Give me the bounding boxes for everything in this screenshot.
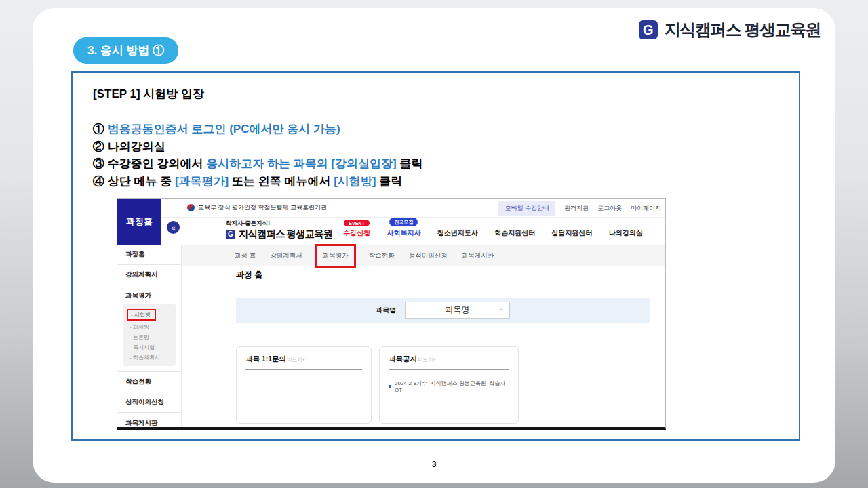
link-remote-support[interactable]: 원격지원 <box>564 204 589 213</box>
site-logo[interactable]: G 지식캠퍼스 평생교육원 <box>226 228 332 241</box>
sidebar-item-grade-objection[interactable]: 성적이의신청 <box>117 392 181 413</box>
page-title: 과정 홈 <box>236 269 262 281</box>
sidebar-section-eval: 과목평가 <box>117 285 181 304</box>
tab-subject-eval-highlighted[interactable]: 과목평가 <box>315 244 356 268</box>
tab-grade-objection[interactable]: 성적이의신청 <box>409 251 448 260</box>
chevron-down-icon: ⌄ <box>498 304 505 312</box>
subject-dropdown[interactable]: 과목명 ⌄ <box>405 302 510 319</box>
brand-g-icon: G <box>639 20 658 39</box>
link-logout[interactable]: 로그아웃 <box>597 204 622 213</box>
nav-item-youth-leader[interactable]: 청소년지도사 <box>437 228 478 238</box>
content-box: [STEP 1] 시험방 입장 ① 범용공동인증서 로그인 (PC에서만 응시 … <box>71 71 800 441</box>
nav-item-social-worker[interactable]: 전국모집 사회복지사 <box>387 218 420 238</box>
event-badge: EVENT <box>344 220 369 226</box>
exam-room-highlight[interactable]: - 시험방 <box>127 309 156 321</box>
sidebar-item-learning-status[interactable]: 학습현황 <box>117 371 181 392</box>
nav-item-my-classroom[interactable]: 나의강의실 <box>609 228 643 238</box>
tab-course-home[interactable]: 과정 홈 <box>235 251 256 260</box>
main-nav: EVENT 수강신청 전국모집 사회복지사 청소년지도사 학습지원센터 상담지원 <box>343 216 643 243</box>
government-logo-icon <box>187 204 195 211</box>
site-slogan: 학지사-좋은지식! <box>226 220 270 228</box>
gov-certification: 교육부 정식 평가인정 학점은행제 교육훈련기관 <box>187 203 327 212</box>
slide-background: G 지식캠퍼스 평생교육원 3. 응시 방법 ① [STEP 1] 시험방 입장… <box>0 0 868 488</box>
bullet-icon <box>389 385 391 388</box>
sidebar-item-syllabus[interactable]: 강의계획서 <box>117 265 181 285</box>
tab-subject-board[interactable]: 과목게시판 <box>462 251 494 260</box>
course-sidebar: 과정홈 강의계획서 과목평가 - 시험방 - 과제방 - 토론방 - 쪽지시험 … <box>117 245 182 430</box>
notice-item-text: 2024-2-8기수_지식캠퍼스 평생교육원_학습자 OT <box>395 380 509 393</box>
section-badge: 3. 응시 방법 ① <box>73 37 178 64</box>
title-divider <box>236 287 650 287</box>
brand-name: 지식캠퍼스 평생교육원 <box>665 19 821 41</box>
inquiry-card-title: 과목 1:1문의 <box>245 354 286 364</box>
notice-card: 과목공지 더보기+ 2024-2-8기수_지식캠퍼스 평생교육원_학습자 OT <box>379 346 519 424</box>
sidebar-sub-discussion[interactable]: - 토론방 <box>130 332 176 342</box>
lms-screenshot: 교육부 정식 평가인정 학점은행제 교육훈련기관 모바일 수강안내 원격지원 로… <box>117 198 666 430</box>
sidebar-sub-assignment[interactable]: - 과제방 <box>130 322 176 332</box>
sidebar-sub-exam-room[interactable]: - 시험방 <box>130 308 176 322</box>
inquiry-more-link[interactable]: 더보기+ <box>287 357 305 363</box>
notice-list-item[interactable]: 2024-2-8기수_지식캠퍼스 평생교육원_학습자 OT <box>389 380 509 393</box>
nav-item-counsel-support[interactable]: 상담지원센터 <box>552 228 593 238</box>
gov-text: 교육부 정식 평가인정 학점은행제 교육훈련기관 <box>198 203 327 212</box>
utility-bar: 교육부 정식 평가인정 학점은행제 교육훈련기관 모바일 수강안내 원격지원 로… <box>117 199 666 218</box>
step-4: ④ 상단 메뉴 중 [과목평가] 또는 왼쪽 메뉴에서 [시험방] 클릭 <box>93 173 422 190</box>
sidebar-sub-study-plan[interactable]: - 학습계획서 <box>130 352 176 363</box>
nav-item-learning-support[interactable]: 학습지원센터 <box>494 228 535 238</box>
collapse-icon[interactable]: « <box>167 221 180 234</box>
brand-logo: G 지식캠퍼스 평생교육원 <box>639 19 821 41</box>
step-1: ① 범용공동인증서 로그인 (PC에서만 응시 가능) <box>93 121 422 138</box>
subject-filter-band: 과목명 과목명 ⌄ <box>236 298 650 323</box>
tab-syllabus[interactable]: 강의계획서 <box>270 251 302 260</box>
recruit-badge: 전국모집 <box>389 218 418 226</box>
card-divider <box>245 369 362 370</box>
subject-filter-label: 과목명 <box>376 306 396 315</box>
tab-learning-status[interactable]: 학습현황 <box>369 251 395 260</box>
sidebar-sub-quiz[interactable]: - 쪽지시험 <box>130 342 176 352</box>
sidebar-section-board: 과목게시판 <box>117 413 181 430</box>
slide-card: G 지식캠퍼스 평생교육원 3. 응시 방법 ① [STEP 1] 시험방 입장… <box>33 8 835 483</box>
card-divider <box>389 369 509 370</box>
subject-dropdown-value: 과목명 <box>446 304 470 316</box>
nav-item-enrollment[interactable]: EVENT 수강신청 <box>343 220 370 238</box>
page-number: 3 <box>33 460 835 469</box>
notice-more-link[interactable]: 더보기+ <box>418 357 436 363</box>
site-logo-text: 지식캠퍼스 평생교육원 <box>239 228 332 241</box>
notice-card-title: 과목공지 <box>389 354 417 364</box>
sidebar-item-course-home[interactable]: 과정홈 <box>117 245 181 265</box>
step-3: ③ 수강중인 강의에서 응시하고자 하는 과목의 [강의실입장] 클릭 <box>93 155 422 173</box>
step-2: ② 나의강의실 <box>93 138 422 156</box>
utility-links: 모바일 수강안내 원격지원 로그아웃 마이페이지 <box>498 199 661 218</box>
step-title: [STEP 1] 시험방 입장 <box>93 86 204 102</box>
course-tabs: 과정 홈 강의계획서 과목평가 학습현황 성적이의신청 과목게시판 <box>117 245 666 266</box>
site-logo-g-icon: G <box>226 230 235 239</box>
steps-list: ① 범용공동인증서 로그인 (PC에서만 응시 가능) ② 나의강의실 ③ 수강… <box>93 121 422 190</box>
link-mobile-guide[interactable]: 모바일 수강안내 <box>498 201 555 216</box>
sidebar-eval-panel: - 시험방 - 과제방 - 토론방 - 쪽지시험 - 학습계획서 <box>123 304 176 366</box>
content-cards: 과목 1:1문의 더보기+ 과목공지 더보기+ 2024- <box>236 346 519 424</box>
link-mypage[interactable]: 마이페이지 <box>631 204 661 213</box>
inquiry-card: 과목 1:1문의 더보기+ <box>236 346 372 424</box>
course-home-box[interactable]: 과정홈 <box>117 199 161 245</box>
